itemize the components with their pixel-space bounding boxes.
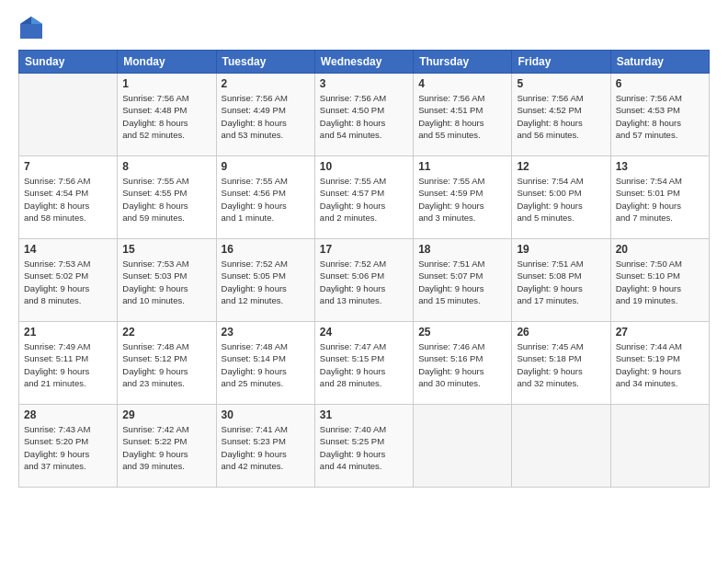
day-info: Sunrise: 7:55 AMSunset: 4:56 PMDaylight:… (222, 175, 310, 224)
day-number: 24 (320, 326, 408, 339)
day-number: 4 (418, 77, 506, 90)
day-number: 18 (418, 243, 506, 256)
week-row-3: 14Sunrise: 7:53 AMSunset: 5:02 PMDayligh… (19, 239, 710, 322)
day-number: 26 (517, 326, 605, 339)
day-info: Sunrise: 7:56 AMSunset: 4:52 PMDaylight:… (517, 92, 605, 141)
day-cell: 30Sunrise: 7:41 AMSunset: 5:23 PMDayligh… (216, 405, 314, 488)
day-cell: 14Sunrise: 7:53 AMSunset: 5:02 PMDayligh… (19, 239, 118, 322)
day-cell: 31Sunrise: 7:40 AMSunset: 5:25 PMDayligh… (314, 405, 413, 488)
day-cell: 26Sunrise: 7:45 AMSunset: 5:18 PMDayligh… (512, 322, 610, 405)
day-cell: 22Sunrise: 7:48 AMSunset: 5:12 PMDayligh… (118, 322, 216, 405)
day-number: 25 (418, 326, 506, 339)
day-number: 10 (320, 160, 408, 173)
day-number: 14 (24, 243, 112, 256)
day-number: 9 (222, 160, 310, 173)
day-info: Sunrise: 7:54 AMSunset: 5:00 PMDaylight:… (517, 175, 605, 224)
week-row-4: 21Sunrise: 7:49 AMSunset: 5:11 PMDayligh… (19, 322, 710, 405)
day-cell: 17Sunrise: 7:52 AMSunset: 5:06 PMDayligh… (314, 239, 413, 322)
day-cell: 13Sunrise: 7:54 AMSunset: 5:01 PMDayligh… (610, 156, 709, 239)
day-number: 28 (24, 408, 112, 421)
day-info: Sunrise: 7:41 AMSunset: 5:23 PMDaylight:… (222, 423, 310, 472)
day-cell (414, 405, 512, 488)
day-cell: 12Sunrise: 7:54 AMSunset: 5:00 PMDayligh… (512, 156, 610, 239)
day-number: 29 (122, 408, 210, 421)
col-header-sunday: Sunday (19, 51, 118, 74)
day-cell: 15Sunrise: 7:53 AMSunset: 5:03 PMDayligh… (118, 239, 216, 322)
day-number: 23 (222, 326, 310, 339)
day-info: Sunrise: 7:40 AMSunset: 5:25 PMDaylight:… (320, 423, 408, 472)
day-info: Sunrise: 7:55 AMSunset: 4:57 PMDaylight:… (320, 175, 408, 224)
day-number: 17 (320, 243, 408, 256)
day-info: Sunrise: 7:55 AMSunset: 4:55 PMDaylight:… (122, 175, 210, 224)
day-cell: 9Sunrise: 7:55 AMSunset: 4:56 PMDaylight… (216, 156, 314, 239)
week-row-2: 7Sunrise: 7:56 AMSunset: 4:54 PMDaylight… (19, 156, 710, 239)
day-number: 3 (320, 77, 408, 90)
day-number: 16 (222, 243, 310, 256)
col-header-friday: Friday (512, 51, 610, 74)
week-row-1: 1Sunrise: 7:56 AMSunset: 4:48 PMDaylight… (19, 74, 710, 156)
day-number: 19 (517, 243, 605, 256)
logo (18, 15, 46, 40)
day-info: Sunrise: 7:54 AMSunset: 5:01 PMDaylight:… (616, 175, 704, 224)
day-cell: 11Sunrise: 7:55 AMSunset: 4:59 PMDayligh… (414, 156, 512, 239)
day-cell: 19Sunrise: 7:51 AMSunset: 5:08 PMDayligh… (512, 239, 610, 322)
day-number: 12 (517, 160, 605, 173)
day-cell: 18Sunrise: 7:51 AMSunset: 5:07 PMDayligh… (414, 239, 512, 322)
day-info: Sunrise: 7:56 AMSunset: 4:51 PMDaylight:… (418, 92, 506, 141)
day-info: Sunrise: 7:50 AMSunset: 5:10 PMDaylight:… (616, 258, 704, 306)
calendar-table: SundayMondayTuesdayWednesdayThursdayFrid… (18, 50, 710, 488)
day-cell: 29Sunrise: 7:42 AMSunset: 5:22 PMDayligh… (118, 405, 216, 488)
day-number: 31 (320, 408, 408, 421)
day-number: 15 (122, 243, 210, 256)
day-number: 6 (616, 77, 704, 90)
day-cell: 28Sunrise: 7:43 AMSunset: 5:20 PMDayligh… (19, 405, 118, 488)
svg-marker-1 (31, 17, 42, 24)
day-info: Sunrise: 7:51 AMSunset: 5:07 PMDaylight:… (418, 258, 506, 306)
day-cell: 2Sunrise: 7:56 AMSunset: 4:49 PMDaylight… (216, 74, 314, 156)
week-row-5: 28Sunrise: 7:43 AMSunset: 5:20 PMDayligh… (19, 405, 710, 488)
day-number: 1 (122, 77, 210, 90)
day-info: Sunrise: 7:56 AMSunset: 4:49 PMDaylight:… (222, 92, 310, 141)
day-info: Sunrise: 7:46 AMSunset: 5:16 PMDaylight:… (418, 340, 506, 389)
day-cell: 10Sunrise: 7:55 AMSunset: 4:57 PMDayligh… (314, 156, 413, 239)
calendar-container: SundayMondayTuesdayWednesdayThursdayFrid… (0, 0, 728, 497)
day-cell: 3Sunrise: 7:56 AMSunset: 4:50 PMDaylight… (314, 74, 413, 156)
day-info: Sunrise: 7:56 AMSunset: 4:50 PMDaylight:… (320, 92, 408, 141)
col-header-tuesday: Tuesday (216, 51, 314, 74)
day-number: 8 (122, 160, 210, 173)
day-cell: 8Sunrise: 7:55 AMSunset: 4:55 PMDaylight… (118, 156, 216, 239)
day-number: 20 (616, 243, 704, 256)
day-info: Sunrise: 7:52 AMSunset: 5:06 PMDaylight:… (320, 258, 408, 306)
day-info: Sunrise: 7:51 AMSunset: 5:08 PMDaylight:… (517, 258, 605, 306)
day-info: Sunrise: 7:53 AMSunset: 5:02 PMDaylight:… (24, 258, 112, 306)
day-number: 2 (222, 77, 310, 90)
day-info: Sunrise: 7:43 AMSunset: 5:20 PMDaylight:… (24, 423, 112, 472)
day-cell: 25Sunrise: 7:46 AMSunset: 5:16 PMDayligh… (414, 322, 512, 405)
day-info: Sunrise: 7:56 AMSunset: 4:54 PMDaylight:… (24, 175, 112, 224)
day-cell: 20Sunrise: 7:50 AMSunset: 5:10 PMDayligh… (610, 239, 709, 322)
day-cell: 24Sunrise: 7:47 AMSunset: 5:15 PMDayligh… (314, 322, 413, 405)
day-cell (610, 405, 709, 488)
day-cell: 6Sunrise: 7:56 AMSunset: 4:53 PMDaylight… (610, 74, 709, 156)
day-cell: 16Sunrise: 7:52 AMSunset: 5:05 PMDayligh… (216, 239, 314, 322)
day-number: 5 (517, 77, 605, 90)
col-header-thursday: Thursday (414, 51, 512, 74)
day-cell: 27Sunrise: 7:44 AMSunset: 5:19 PMDayligh… (610, 322, 709, 405)
day-info: Sunrise: 7:56 AMSunset: 4:53 PMDaylight:… (616, 92, 704, 141)
day-info: Sunrise: 7:48 AMSunset: 5:14 PMDaylight:… (222, 340, 310, 389)
day-number: 30 (222, 408, 310, 421)
col-header-wednesday: Wednesday (314, 51, 413, 74)
day-info: Sunrise: 7:42 AMSunset: 5:22 PMDaylight:… (122, 423, 210, 472)
day-number: 21 (24, 326, 112, 339)
day-info: Sunrise: 7:55 AMSunset: 4:59 PMDaylight:… (418, 175, 506, 224)
day-cell: 23Sunrise: 7:48 AMSunset: 5:14 PMDayligh… (216, 322, 314, 405)
day-cell: 21Sunrise: 7:49 AMSunset: 5:11 PMDayligh… (19, 322, 118, 405)
logo-icon (18, 15, 44, 40)
day-info: Sunrise: 7:56 AMSunset: 4:48 PMDaylight:… (122, 92, 210, 141)
day-cell: 7Sunrise: 7:56 AMSunset: 4:54 PMDaylight… (19, 156, 118, 239)
day-cell: 1Sunrise: 7:56 AMSunset: 4:48 PMDaylight… (118, 74, 216, 156)
col-header-saturday: Saturday (610, 51, 709, 74)
day-info: Sunrise: 7:45 AMSunset: 5:18 PMDaylight:… (517, 340, 605, 389)
day-number: 7 (24, 160, 112, 173)
day-info: Sunrise: 7:52 AMSunset: 5:05 PMDaylight:… (222, 258, 310, 306)
